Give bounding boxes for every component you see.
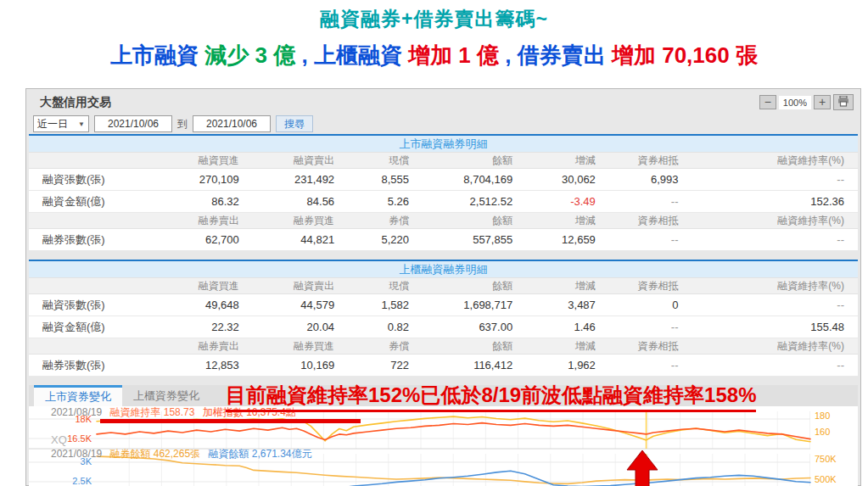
table-cell: 12,659 — [526, 229, 609, 251]
column-header — [29, 278, 145, 294]
legend-margin-balance: 融資餘額 2,671.34億元 — [208, 448, 311, 460]
table-row: 融券張數(張)62,70044,8215,220557,85512,659---… — [29, 229, 858, 251]
table-cell: -- — [609, 355, 692, 377]
header-row: 融券賣出融券買進券償餘額增減資券相抵融資維持率(%) — [29, 213, 858, 229]
column-header: 融資維持率(%) — [692, 213, 858, 229]
row-label: 融券張數(張) — [29, 229, 145, 251]
table-row: 融資張數(張)49,64844,5791,5821,698,7173,4870-… — [29, 294, 858, 316]
column-header: 融券賣出 — [145, 338, 253, 355]
legend-maintenance-ratio: 融資維持率 158.73 — [109, 406, 194, 418]
column-header: 融資維持率(%) — [692, 338, 858, 355]
row-label: 融資金額(億) — [29, 316, 145, 338]
zoom-controls: − 100% + — [759, 94, 854, 110]
table-cell: -3.49 — [526, 191, 609, 213]
zoom-in-button[interactable]: + — [814, 95, 831, 109]
table-cell: 12,853 — [145, 355, 253, 377]
red-arrow-annotation — [627, 450, 658, 486]
table-cell: 5.26 — [348, 191, 423, 213]
table-row: 融資金額(億)86.3284.565.262,512.52-3.49--152.… — [29, 191, 858, 213]
to-label: 到 — [177, 117, 188, 131]
otc-margin-table-section: 上櫃融資融券明細融資買進融資賣出現償餘額增減資券相抵融資維持率(%)融資張數(張… — [29, 260, 858, 377]
table-cell: 1.46 — [526, 316, 609, 338]
listed-margin-table-section: 上市融資融券明細融資買進融資賣出現償餘額增減資券相抵融資維持率(%)融資張數(張… — [29, 134, 858, 251]
tab-otc-margin-chart[interactable]: 上櫃資券變化 — [122, 385, 210, 406]
page-title: 融資融券+借券賣出籌碼~ — [0, 6, 868, 32]
legend-short-balance: 融券餘額 462,265張 — [109, 448, 200, 460]
column-header: 融券買進 — [253, 338, 348, 355]
column-header: 增減 — [526, 338, 609, 355]
table-cell: 155.48 — [692, 316, 858, 338]
row-label: 融資金額(億) — [29, 191, 145, 213]
chart-canvas: 18K16.5K1801603K2.5K750K500K 2021/08/19 … — [29, 406, 858, 486]
table-cell: 637.00 — [423, 316, 526, 338]
column-header: 融資賣出 — [253, 153, 348, 169]
section-title: 上櫃融資融券明細 — [29, 260, 858, 277]
right-axis-label: 500K — [815, 474, 837, 484]
column-header: 增減 — [526, 213, 609, 229]
table-cell: 8,555 — [348, 169, 423, 191]
table-cell: 1,698,717 — [423, 294, 526, 316]
column-header — [29, 213, 145, 229]
column-header: 資券相抵 — [609, 153, 692, 169]
print-button[interactable] — [833, 94, 854, 110]
left-axis-label: 16.5K — [67, 433, 92, 444]
tab-listed-margin-chart[interactable]: 上市資券變化 — [34, 385, 122, 406]
column-header — [29, 338, 145, 355]
table-cell: -- — [692, 355, 858, 377]
subtitle-segment: 減少 3 億 — [204, 42, 295, 68]
table-cell: -- — [692, 229, 858, 251]
chart-tabbar: 上市資券變化 上櫃資券變化 目前融資維持率152%已低於8/19前波低點融資維持… — [29, 385, 858, 406]
legend-date: 2021/08/19 — [51, 448, 102, 460]
column-header: 融資買進 — [145, 153, 253, 169]
table-cell: 20.04 — [253, 316, 348, 338]
table-cell: 49,648 — [145, 294, 253, 316]
column-header: 餘額 — [423, 278, 526, 294]
column-header: 融券賣出 — [145, 213, 253, 229]
table-cell: -- — [609, 191, 692, 213]
legend-date: 2021/08/19 — [51, 406, 102, 418]
table-cell: -- — [692, 169, 858, 191]
column-header: 餘額 — [423, 213, 526, 229]
panel-title: 大盤信用交易 — [40, 95, 759, 110]
table-row: 融券張數(張)12,85310,169722116,4121,962---- — [29, 355, 858, 377]
zoom-out-button[interactable]: − — [759, 95, 776, 109]
table-cell: -- — [609, 229, 692, 251]
left-axis-label: 2.5K — [72, 476, 92, 486]
column-header: 融資賣出 — [253, 278, 348, 294]
table-cell: 116,412 — [423, 355, 526, 377]
table-row: 融資張數(張)270,109231,4928,5558,704,16930,06… — [29, 169, 858, 191]
column-header: 融資維持率(%) — [692, 153, 858, 169]
table-cell: 86.32 — [145, 191, 253, 213]
margin-data-table: 融資買進融資賣出現償餘額增減資券相抵融資維持率(%)融資張數(張)270,109… — [29, 152, 858, 251]
column-header: 現償 — [348, 153, 423, 169]
subtitle-segment: 增加 70,160 張 — [612, 42, 758, 68]
table-cell: 2,512.52 — [423, 191, 526, 213]
range-select[interactable]: 近一日 ▼ — [33, 115, 89, 132]
range-select-value: 近一日 — [37, 117, 68, 131]
right-axis-label: 750K — [815, 454, 837, 464]
table-cell: 30,062 — [526, 169, 609, 191]
maintenance-ratio-banner: 目前融資維持率152%已低於8/19前波低點融資維持率158% — [226, 382, 756, 412]
table-cell: 44,579 — [253, 294, 348, 316]
subtitle-segment: 借券賣出 — [518, 42, 612, 68]
margin-data-table: 融資買進融資賣出現償餘額增減資券相抵融資維持率(%)融資張數(張)49,6484… — [29, 277, 858, 377]
chart-area: 18K16.5K1801603K2.5K750K500K 2021/08/19 … — [29, 406, 858, 486]
filters-row: 近一日 ▼ 到 搜尋 — [26, 114, 860, 134]
column-header: 融資維持率(%) — [692, 278, 858, 294]
chevron-down-icon: ▼ — [78, 120, 85, 128]
bottom-chart-legend: 2021/08/19 融券餘額 462,265張 融資餘額 2,671.34億元 — [51, 447, 317, 461]
table-cell: 557,855 — [423, 229, 526, 251]
column-header: 融券買進 — [253, 213, 348, 229]
subtitle-segment: , — [499, 42, 518, 68]
table-cell: 0 — [609, 294, 692, 316]
table-cell: 231,492 — [253, 169, 348, 191]
page-subtitle: 上市融資 減少 3 億 , 上櫃融資 增加 1 億 , 借券賣出 增加 70,1… — [0, 41, 868, 70]
column-header: 資券相抵 — [609, 338, 692, 355]
column-header — [29, 153, 145, 169]
row-label: 融資張數(張) — [29, 294, 145, 316]
date-to-input[interactable] — [193, 115, 271, 132]
date-from-input[interactable] — [94, 115, 172, 132]
search-button[interactable]: 搜尋 — [276, 115, 313, 132]
column-header: 券償 — [348, 213, 423, 229]
subtitle-segment: 上櫃融資 — [314, 42, 408, 68]
